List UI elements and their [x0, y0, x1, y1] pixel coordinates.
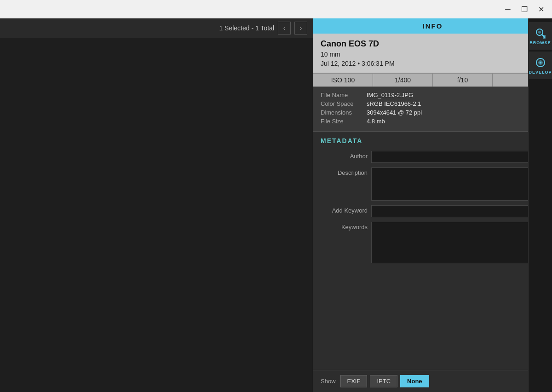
- exposure-row: ISO 100 1/400 f/10: [313, 73, 552, 87]
- file-size-row: File Size 4.8 mb: [321, 118, 545, 125]
- dimensions-row: Dimensions 3094x4641 @ 72 ppi: [321, 109, 545, 116]
- focal-length: 10 mm: [321, 51, 545, 58]
- date-time: Jul 12, 2012 • 3:06:31 PM: [321, 60, 545, 67]
- author-label: Author: [321, 151, 371, 160]
- info-header: INFO: [313, 18, 552, 34]
- browse-label: BROWSE: [529, 40, 551, 45]
- left-panel: 1 Selected - 1 Total ‹ ›: [0, 18, 313, 392]
- develop-button[interactable]: DEVELOP: [529, 52, 552, 79]
- selection-info: 1 Selected - 1 Total: [219, 24, 274, 32]
- author-row: Author: [321, 151, 545, 163]
- metadata-section: METADATA Author Description Add Keyword …: [313, 132, 552, 370]
- file-size-label: File Size: [321, 118, 367, 125]
- author-input[interactable]: [371, 151, 545, 163]
- color-space-row: Color Space sRGB IEC61966-2.1: [321, 100, 545, 107]
- file-name-label: File Name: [321, 92, 367, 98]
- dimensions-value: 3094x4641 @ 72 ppi: [367, 109, 422, 116]
- description-row: Description: [321, 167, 545, 201]
- add-keyword-label: Add Keyword: [321, 205, 371, 214]
- browse-icon: [535, 27, 546, 39]
- keywords-label: Keywords: [321, 222, 371, 231]
- file-name-row: File Name IMG_0119-2.JPG: [321, 92, 545, 98]
- maximize-button[interactable]: ❐: [517, 2, 532, 17]
- camera-model-row: Canon EOS 7D JPG: [321, 39, 545, 49]
- show-label: Show: [321, 378, 336, 385]
- description-label: Description: [321, 167, 371, 176]
- camera-model: Canon EOS 7D: [321, 39, 379, 49]
- iso-cell: ISO 100: [313, 74, 373, 86]
- close-button[interactable]: ✕: [534, 2, 548, 17]
- nav-bar: 1 Selected - 1 Total ‹ ›: [0, 18, 313, 38]
- exif-button[interactable]: EXIF: [340, 375, 368, 387]
- main-content: 1 Selected - 1 Total ‹ › INFO Canon EOS …: [0, 18, 552, 392]
- develop-label: DEVELOP: [529, 70, 552, 75]
- svg-point-2: [538, 31, 541, 34]
- shutter-cell: 1/400: [373, 74, 433, 86]
- icon-sidebar: BROWSE DEVELOP: [528, 18, 552, 392]
- description-input[interactable]: [371, 167, 545, 201]
- prev-button[interactable]: ‹: [278, 22, 291, 35]
- minimize-button[interactable]: ─: [500, 2, 515, 17]
- file-size-value: 4.8 mb: [367, 118, 385, 125]
- right-panel: INFO Canon EOS 7D JPG 10 mm Jul 12, 2012…: [313, 18, 552, 392]
- aperture-cell: f/10: [433, 74, 493, 86]
- title-bar: ─ ❐ ✕: [0, 0, 552, 18]
- add-keyword-input[interactable]: [371, 205, 545, 217]
- iptc-button[interactable]: IPTC: [370, 375, 397, 387]
- color-space-value: sRGB IEC61966-2.1: [367, 100, 421, 107]
- metadata-title: METADATA: [321, 137, 545, 144]
- svg-point-6: [540, 62, 541, 63]
- next-button[interactable]: ›: [294, 22, 307, 35]
- develop-icon: [535, 57, 546, 69]
- keywords-input[interactable]: [371, 222, 545, 263]
- keywords-row: Keywords: [321, 222, 545, 263]
- svg-rect-3: [543, 35, 546, 39]
- none-button[interactable]: None: [400, 375, 429, 387]
- dimensions-label: Dimensions: [321, 109, 367, 116]
- file-details: File Name IMG_0119-2.JPG Color Space sRG…: [313, 87, 552, 132]
- file-name-value: IMG_0119-2.JPG: [367, 92, 413, 98]
- add-keyword-row: Add Keyword: [321, 205, 545, 217]
- color-space-label: Color Space: [321, 100, 367, 107]
- camera-info-box: Canon EOS 7D JPG 10 mm Jul 12, 2012 • 3:…: [313, 34, 552, 73]
- show-row: Show EXIF IPTC None: [313, 370, 552, 392]
- browse-button[interactable]: BROWSE: [529, 22, 552, 50]
